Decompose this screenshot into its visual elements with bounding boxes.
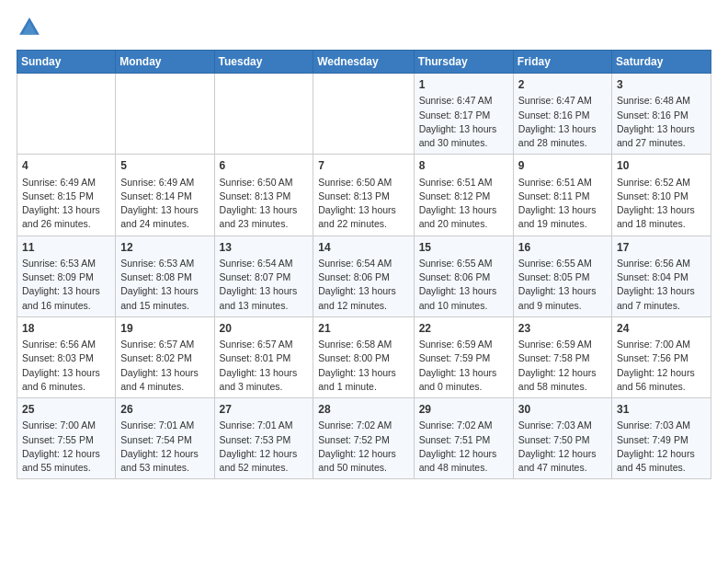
day-cell-15: 15Sunrise: 6:55 AMSunset: 8:06 PMDayligh… xyxy=(414,236,513,316)
day-number: 18 xyxy=(22,321,110,337)
day-number: 21 xyxy=(318,321,408,337)
day-cell-9: 9Sunrise: 6:51 AMSunset: 8:11 PMDaylight… xyxy=(513,155,611,236)
weekday-header-friday: Friday xyxy=(513,51,611,74)
day-cell-8: 8Sunrise: 6:51 AMSunset: 8:12 PMDaylight… xyxy=(414,155,513,236)
week-row-2: 4Sunrise: 6:49 AMSunset: 8:15 PMDaylight… xyxy=(17,155,711,236)
day-cell-11: 11Sunrise: 6:53 AMSunset: 8:09 PMDayligh… xyxy=(17,236,116,316)
day-cell-17: 17Sunrise: 6:56 AMSunset: 8:04 PMDayligh… xyxy=(612,236,711,316)
day-cell-23: 23Sunrise: 6:59 AMSunset: 7:58 PMDayligh… xyxy=(513,316,611,397)
weekday-header-sunday: Sunday xyxy=(17,51,116,74)
day-number: 16 xyxy=(518,240,607,256)
day-cell-13: 13Sunrise: 6:54 AMSunset: 8:07 PMDayligh… xyxy=(214,236,313,316)
day-number: 12 xyxy=(120,240,209,256)
day-cell-21: 21Sunrise: 6:58 AMSunset: 8:00 PMDayligh… xyxy=(313,316,414,397)
day-number: 2 xyxy=(518,77,607,93)
day-number: 17 xyxy=(617,240,706,256)
header xyxy=(17,15,711,40)
week-row-1: 1Sunrise: 6:47 AMSunset: 8:17 PMDaylight… xyxy=(17,74,711,155)
day-number: 26 xyxy=(120,402,209,418)
logo xyxy=(17,15,46,40)
page: SundayMondayTuesdayWednesdayThursdayFrid… xyxy=(0,0,728,488)
day-number: 7 xyxy=(318,158,408,174)
week-row-4: 18Sunrise: 6:56 AMSunset: 8:03 PMDayligh… xyxy=(17,316,711,397)
weekday-header-tuesday: Tuesday xyxy=(214,51,313,74)
day-cell-1: 1Sunrise: 6:47 AMSunset: 8:17 PMDaylight… xyxy=(414,74,513,155)
day-cell-18: 18Sunrise: 6:56 AMSunset: 8:03 PMDayligh… xyxy=(17,316,116,397)
day-number: 23 xyxy=(518,321,607,337)
day-number: 4 xyxy=(22,158,110,174)
day-cell-16: 16Sunrise: 6:55 AMSunset: 8:05 PMDayligh… xyxy=(513,236,611,316)
day-number: 6 xyxy=(220,158,309,174)
day-number: 27 xyxy=(220,402,309,418)
day-cell-14: 14Sunrise: 6:54 AMSunset: 8:06 PMDayligh… xyxy=(313,236,414,316)
day-cell-12: 12Sunrise: 6:53 AMSunset: 8:08 PMDayligh… xyxy=(116,236,214,316)
day-cell-10: 10Sunrise: 6:52 AMSunset: 8:10 PMDayligh… xyxy=(612,155,711,236)
day-number: 30 xyxy=(518,402,607,418)
day-number: 1 xyxy=(419,77,508,93)
calendar-header: SundayMondayTuesdayWednesdayThursdayFrid… xyxy=(17,51,711,74)
day-cell-30: 30Sunrise: 7:03 AMSunset: 7:50 PMDayligh… xyxy=(513,398,611,479)
day-number: 10 xyxy=(617,158,706,174)
day-number: 13 xyxy=(220,240,309,256)
day-cell-6: 6Sunrise: 6:50 AMSunset: 8:13 PMDaylight… xyxy=(214,155,313,236)
day-number: 14 xyxy=(318,240,408,256)
day-cell-24: 24Sunrise: 7:00 AMSunset: 7:56 PMDayligh… xyxy=(612,316,711,397)
week-row-5: 25Sunrise: 7:00 AMSunset: 7:55 PMDayligh… xyxy=(17,398,711,479)
day-cell-27: 27Sunrise: 7:01 AMSunset: 7:53 PMDayligh… xyxy=(214,398,313,479)
day-number: 31 xyxy=(617,402,706,418)
weekday-header-saturday: Saturday xyxy=(612,51,711,74)
day-number: 8 xyxy=(419,158,508,174)
day-cell-3: 3Sunrise: 6:48 AMSunset: 8:16 PMDaylight… xyxy=(612,74,711,155)
day-number: 22 xyxy=(419,321,508,337)
logo-icon xyxy=(17,15,42,40)
empty-cell xyxy=(17,74,116,155)
empty-cell xyxy=(313,74,414,155)
empty-cell xyxy=(214,74,313,155)
day-cell-22: 22Sunrise: 6:59 AMSunset: 7:59 PMDayligh… xyxy=(414,316,513,397)
day-cell-20: 20Sunrise: 6:57 AMSunset: 8:01 PMDayligh… xyxy=(214,316,313,397)
weekday-header-monday: Monday xyxy=(116,51,214,74)
day-number: 20 xyxy=(220,321,309,337)
calendar-body: 1Sunrise: 6:47 AMSunset: 8:17 PMDaylight… xyxy=(17,74,711,479)
day-number: 3 xyxy=(617,77,706,93)
empty-cell xyxy=(116,74,214,155)
day-cell-5: 5Sunrise: 6:49 AMSunset: 8:14 PMDaylight… xyxy=(116,155,214,236)
day-number: 24 xyxy=(617,321,706,337)
day-number: 15 xyxy=(419,240,508,256)
calendar-table: SundayMondayTuesdayWednesdayThursdayFrid… xyxy=(17,50,711,479)
day-number: 11 xyxy=(22,240,110,256)
day-cell-29: 29Sunrise: 7:02 AMSunset: 7:51 PMDayligh… xyxy=(414,398,513,479)
day-cell-19: 19Sunrise: 6:57 AMSunset: 8:02 PMDayligh… xyxy=(116,316,214,397)
day-cell-25: 25Sunrise: 7:00 AMSunset: 7:55 PMDayligh… xyxy=(17,398,116,479)
weekday-header-wednesday: Wednesday xyxy=(313,51,414,74)
day-cell-31: 31Sunrise: 7:03 AMSunset: 7:49 PMDayligh… xyxy=(612,398,711,479)
day-number: 29 xyxy=(419,402,508,418)
weekday-header-thursday: Thursday xyxy=(414,51,513,74)
weekday-row: SundayMondayTuesdayWednesdayThursdayFrid… xyxy=(17,51,711,74)
day-cell-26: 26Sunrise: 7:01 AMSunset: 7:54 PMDayligh… xyxy=(116,398,214,479)
day-cell-2: 2Sunrise: 6:47 AMSunset: 8:16 PMDaylight… xyxy=(513,74,611,155)
day-cell-28: 28Sunrise: 7:02 AMSunset: 7:52 PMDayligh… xyxy=(313,398,414,479)
day-number: 5 xyxy=(120,158,209,174)
day-number: 25 xyxy=(22,402,110,418)
day-cell-4: 4Sunrise: 6:49 AMSunset: 8:15 PMDaylight… xyxy=(17,155,116,236)
day-number: 19 xyxy=(120,321,209,337)
day-number: 28 xyxy=(318,402,408,418)
day-cell-7: 7Sunrise: 6:50 AMSunset: 8:13 PMDaylight… xyxy=(313,155,414,236)
day-number: 9 xyxy=(518,158,607,174)
week-row-3: 11Sunrise: 6:53 AMSunset: 8:09 PMDayligh… xyxy=(17,236,711,316)
